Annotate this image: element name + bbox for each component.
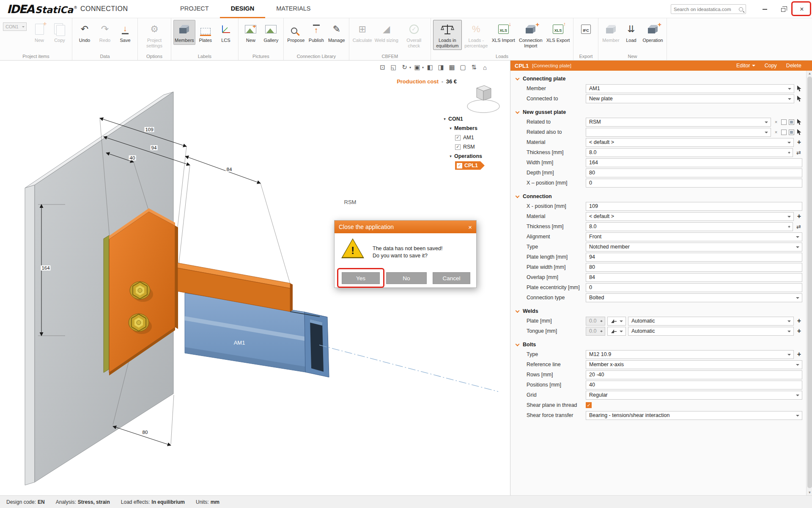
calculate-button[interactable]: ⊞ Calculate — [351, 20, 373, 45]
connected-to-dropdown[interactable]: New plate — [586, 94, 794, 103]
add-material-button[interactable]: + — [796, 213, 802, 220]
new-picture-button[interactable]: New — [241, 20, 261, 45]
panel-scrollbar[interactable]: ▲ ▼ — [806, 71, 812, 495]
restore-button[interactable] — [774, 0, 793, 18]
section-header[interactable]: Welds — [510, 306, 806, 316]
weld-sizing-button[interactable]: ◢ Weld sizing — [373, 20, 400, 45]
gusset-x-position-input[interactable]: 0 — [586, 179, 802, 188]
close-button[interactable]: × — [793, 0, 811, 18]
tab-project[interactable]: PROJECT — [169, 0, 220, 18]
weld-type-dropdown[interactable] — [607, 327, 626, 336]
view-cube[interactable] — [465, 82, 502, 118]
connection-import-button[interactable]: Connection Import — [516, 20, 545, 50]
add-weld-button[interactable]: + — [796, 318, 802, 324]
redo-button[interactable]: ↷ Redo — [95, 20, 115, 45]
connection-x-position-input[interactable]: 109 — [586, 202, 802, 211]
tree-node-members[interactable]: ▾ Members — [442, 124, 509, 133]
pick-in-scene-icon[interactable] — [796, 129, 802, 135]
scroll-up-icon[interactable]: ▲ — [807, 71, 812, 76]
weld-type-dropdown[interactable] — [607, 317, 626, 326]
checkbox-checked[interactable]: ✓ — [455, 144, 461, 150]
pick-in-scene-icon[interactable] — [796, 96, 802, 102]
checkbox-checked[interactable]: ✓ — [586, 402, 592, 408]
gusset-material-dropdown[interactable]: < default > — [586, 138, 794, 147]
collapse-icon[interactable]: ▾ — [448, 126, 453, 130]
pick-in-scene-icon[interactable] — [796, 119, 802, 125]
labels-members-button[interactable]: Members — [173, 20, 195, 45]
member-dropdown[interactable]: AM1 — [586, 84, 794, 93]
tree-node-rsm[interactable]: ✓ RSM — [442, 142, 509, 152]
new-operation-button[interactable]: Operation — [641, 20, 664, 45]
render-transparent-icon[interactable]: ▢ — [458, 63, 468, 72]
notch-type-dropdown[interactable]: Notched member — [586, 243, 802, 251]
filter-solids-icon[interactable] — [789, 130, 794, 135]
loads-percentage-button[interactable]: % Loads - percentage — [462, 20, 491, 50]
section-header[interactable]: Bolts — [510, 340, 806, 349]
clear-selection-icon[interactable]: × — [773, 119, 779, 125]
propose-button[interactable]: Propose — [286, 20, 306, 45]
manage-button[interactable]: ✎ Manage — [326, 20, 347, 45]
weld-tongue-mode-dropdown[interactable]: Automatic — [628, 327, 794, 336]
dialog-title-bar[interactable]: Close the application × — [335, 221, 476, 233]
clear-selection-icon[interactable]: × — [773, 129, 779, 135]
filter-solids-icon[interactable] — [789, 119, 794, 125]
shear-force-transfer-dropdown[interactable]: Bearing - tension/shear interaction — [586, 411, 802, 420]
mirror-view-icon[interactable]: ⇅ — [469, 63, 479, 72]
connection-item-selector[interactable]: CON1 — [3, 22, 27, 31]
xls-import-button[interactable]: XLS↓ XLS Import — [491, 20, 516, 45]
related-to-dropdown[interactable]: RSM — [586, 118, 771, 127]
related-also-to-dropdown[interactable] — [586, 128, 771, 137]
connection-type-dropdown[interactable]: Bolted — [586, 293, 802, 302]
chevron-down-icon[interactable]: ▾ — [422, 66, 424, 69]
weld-tongue-size-input[interactable]: 0.0 — [586, 327, 605, 336]
gusset-depth-input[interactable]: 80 — [586, 168, 802, 177]
tree-node-con1[interactable]: ▾ CON1 — [442, 114, 509, 124]
minimize-button[interactable] — [755, 0, 774, 18]
render-solid-icon[interactable]: ▦ — [447, 63, 457, 72]
tab-design[interactable]: DESIGN — [220, 0, 266, 18]
add-bolt-assembly-button[interactable]: + — [796, 351, 802, 358]
chevron-down-icon[interactable]: ▾ — [409, 66, 411, 69]
bolt-type-dropdown[interactable]: M12 10.9 — [586, 350, 794, 359]
no-button[interactable]: No — [386, 272, 427, 284]
filter-plates-icon[interactable] — [781, 119, 787, 125]
alignment-dropdown[interactable]: Front — [586, 232, 802, 241]
scroll-down-icon[interactable]: ▼ — [807, 490, 812, 495]
cancel-button[interactable]: Cancel — [433, 272, 470, 284]
search-box[interactable] — [671, 4, 746, 14]
new-project-item-button[interactable]: New — [29, 20, 49, 45]
overlap-input[interactable]: 84 — [586, 273, 802, 282]
collapse-icon[interactable]: ▾ — [448, 154, 453, 158]
add-weld-button[interactable]: + — [796, 328, 802, 334]
labels-lcs-button[interactable]: LCS — [216, 20, 236, 45]
project-settings-button[interactable]: ⚙ Project settings — [140, 20, 169, 50]
section-clip-icon[interactable]: ▣ — [412, 63, 422, 72]
connection-material-dropdown[interactable]: < default > — [586, 212, 794, 221]
plate-width-input[interactable]: 80 — [586, 263, 802, 272]
swap-icon[interactable]: ⇄ — [795, 149, 802, 156]
undo-button[interactable]: ↶ Undo — [74, 20, 95, 45]
reference-line-dropdown[interactable]: Member x-axis — [586, 360, 802, 369]
delete-operation-button[interactable]: Delete — [786, 63, 801, 69]
copy-operation-button[interactable]: Copy — [765, 63, 777, 69]
overall-check-button[interactable]: ✓ Overall check — [400, 20, 428, 50]
labels-plates-button[interactable]: Plates — [195, 20, 216, 45]
new-load-button[interactable]: ⇊ Load — [621, 20, 641, 45]
connection-thickness-input[interactable]: 8.0 — [586, 222, 793, 231]
collapse-icon[interactable]: ▾ — [442, 117, 447, 121]
save-button[interactable]: ↓ Save — [115, 20, 135, 45]
pick-in-scene-icon[interactable] — [796, 86, 802, 92]
fit-view-icon[interactable]: ⊡ — [378, 63, 387, 72]
loads-in-equilibrium-button[interactable]: Loads in equilibrium — [433, 20, 462, 50]
bolt-positions-input[interactable]: 40 — [586, 381, 802, 389]
section-header[interactable]: Connecting plate — [510, 74, 806, 83]
search-input[interactable] — [674, 7, 739, 12]
rotate-view-icon[interactable]: ↻ — [400, 63, 409, 72]
xls-export-button[interactable]: XLS↑ XLS Export — [545, 20, 571, 45]
checkbox-checked[interactable]: ✓ — [457, 163, 462, 168]
tab-materials[interactable]: MATERIALS — [265, 0, 321, 18]
scrollbar-thumb[interactable] — [807, 77, 812, 488]
filter-plates-icon[interactable] — [781, 130, 787, 135]
view-axonometry-icon[interactable]: ◨ — [436, 63, 446, 72]
gusset-width-input[interactable]: 164 — [586, 158, 802, 167]
